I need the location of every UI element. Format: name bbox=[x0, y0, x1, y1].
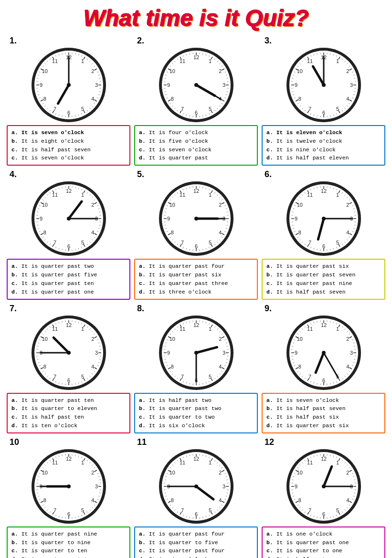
answer-2-3: c. It is seven o'clock bbox=[139, 146, 253, 154]
svg-text:1: 1 bbox=[81, 460, 84, 465]
svg-text:7: 7 bbox=[308, 240, 311, 245]
svg-text:6: 6 bbox=[322, 243, 325, 249]
svg-point-153 bbox=[194, 83, 198, 87]
clock-label-8: 8. bbox=[137, 304, 144, 314]
svg-text:11: 11 bbox=[179, 460, 185, 465]
svg-text:1: 1 bbox=[81, 58, 84, 64]
answer-7-2: b. It is quarter to eleven bbox=[11, 404, 126, 413]
answer-3-1: a. It is eleven o'clock bbox=[266, 128, 381, 137]
svg-text:1: 1 bbox=[336, 58, 339, 64]
svg-text:4: 4 bbox=[346, 497, 349, 503]
svg-text:10: 10 bbox=[42, 68, 47, 74]
quiz-cell-8: 8.121234567891011a. It is half past twob… bbox=[134, 304, 258, 433]
svg-text:12: 12 bbox=[320, 188, 326, 194]
clock-label-3: 3. bbox=[265, 36, 272, 46]
svg-text:4: 4 bbox=[91, 230, 94, 235]
svg-text:4: 4 bbox=[91, 497, 94, 503]
answer-8-2: b. It is quarter past two bbox=[139, 404, 253, 413]
svg-text:3: 3 bbox=[222, 484, 225, 489]
clock-label-11: 11 bbox=[137, 437, 147, 447]
svg-text:5: 5 bbox=[81, 374, 84, 379]
svg-text:10: 10 bbox=[169, 470, 175, 475]
answer-3-2: b. It is twelve o'clock bbox=[266, 137, 381, 146]
svg-text:10: 10 bbox=[42, 336, 47, 342]
answer-9-1: a. It is seven o'clock bbox=[266, 396, 381, 405]
svg-text:7: 7 bbox=[180, 106, 183, 112]
svg-text:4: 4 bbox=[219, 230, 222, 235]
svg-point-76 bbox=[67, 83, 71, 87]
svg-text:6: 6 bbox=[322, 511, 325, 517]
answers-box-1: a. It is seven o'clockb. It is eight o'c… bbox=[7, 125, 130, 166]
answer-11-3: c. It is quarter past four bbox=[139, 547, 253, 555]
answer-7-1: a. It is quarter past ten bbox=[11, 396, 126, 405]
answer-9-2: b. It is half past seven bbox=[266, 404, 381, 413]
svg-text:5: 5 bbox=[208, 507, 211, 513]
quiz-cell-4: 4.121234567891011a. It is quarter past t… bbox=[7, 169, 130, 299]
svg-text:7: 7 bbox=[308, 507, 311, 513]
svg-text:1: 1 bbox=[336, 460, 339, 465]
svg-text:2: 2 bbox=[346, 202, 349, 208]
svg-text:2: 2 bbox=[91, 470, 94, 475]
svg-text:9: 9 bbox=[294, 82, 297, 88]
clock-label-6: 6. bbox=[265, 169, 272, 179]
svg-text:2: 2 bbox=[346, 336, 349, 342]
svg-text:7: 7 bbox=[53, 106, 56, 112]
clock-face-1: 121234567891011 bbox=[31, 47, 107, 123]
svg-text:7: 7 bbox=[180, 374, 183, 379]
quiz-cell-2: 2.121234567891011a. It is four o'clockb.… bbox=[134, 36, 258, 166]
svg-text:9: 9 bbox=[167, 82, 170, 88]
svg-text:8: 8 bbox=[43, 96, 46, 102]
svg-text:9: 9 bbox=[39, 216, 42, 221]
svg-text:3: 3 bbox=[350, 82, 352, 88]
svg-text:3: 3 bbox=[350, 350, 352, 356]
answer-6-2: b. It is quarter past seven bbox=[266, 271, 381, 279]
svg-text:6: 6 bbox=[194, 511, 197, 517]
svg-text:7: 7 bbox=[180, 507, 183, 513]
answer-1-4: c. It is seven o'clock bbox=[11, 154, 126, 162]
clock-label-1: 1. bbox=[10, 36, 17, 46]
clock-face-4: 121234567891011 bbox=[31, 180, 107, 257]
quiz-cell-11: 11121234567891011a. It is quarter past f… bbox=[134, 437, 258, 558]
svg-text:12: 12 bbox=[65, 456, 71, 462]
quiz-cell-9: 9.121234567891011a. It is seven o'clockb… bbox=[262, 304, 385, 433]
svg-text:11: 11 bbox=[307, 192, 312, 198]
answers-box-6: a. It is quarter past sixb. It is quarte… bbox=[262, 259, 385, 299]
svg-text:9: 9 bbox=[39, 82, 42, 88]
clock-face-11: 121234567891011 bbox=[158, 448, 234, 525]
svg-text:9: 9 bbox=[294, 350, 297, 356]
svg-text:5: 5 bbox=[208, 374, 211, 379]
page-title: What time is it Quiz? bbox=[5, 5, 387, 31]
answer-8-3: c. It is quarter to two bbox=[139, 413, 253, 421]
svg-text:4: 4 bbox=[219, 364, 222, 369]
svg-text:1: 1 bbox=[208, 326, 211, 331]
svg-text:12: 12 bbox=[320, 456, 326, 462]
svg-text:10: 10 bbox=[297, 470, 302, 475]
answer-11-2: b. It is quarter to five bbox=[139, 538, 253, 547]
svg-text:11: 11 bbox=[307, 58, 312, 64]
svg-text:6: 6 bbox=[67, 511, 70, 517]
svg-text:8: 8 bbox=[170, 497, 173, 503]
svg-text:3: 3 bbox=[222, 82, 225, 88]
answer-7-3: c. It is half past ten bbox=[11, 413, 126, 421]
svg-text:11: 11 bbox=[52, 192, 57, 198]
svg-text:3: 3 bbox=[95, 82, 97, 88]
clock-face-2: 121234567891011 bbox=[158, 47, 234, 123]
svg-text:1: 1 bbox=[208, 460, 211, 465]
svg-text:10: 10 bbox=[169, 68, 175, 74]
svg-text:2: 2 bbox=[219, 202, 222, 208]
svg-point-923 bbox=[322, 484, 326, 488]
svg-text:4: 4 bbox=[91, 96, 94, 102]
svg-text:1: 1 bbox=[336, 326, 339, 331]
clock-face-5: 121234567891011 bbox=[158, 180, 234, 257]
svg-text:12: 12 bbox=[65, 188, 71, 194]
svg-text:7: 7 bbox=[53, 507, 56, 513]
clock-label-4: 4. bbox=[10, 169, 17, 179]
answer-8-4: d. It is six o'clock bbox=[139, 421, 253, 430]
svg-text:2: 2 bbox=[219, 336, 222, 342]
svg-text:9: 9 bbox=[167, 216, 170, 221]
answers-box-4: a. It is quarter past twob. It is quarte… bbox=[7, 259, 130, 299]
svg-point-846 bbox=[194, 484, 198, 488]
svg-text:5: 5 bbox=[208, 106, 211, 112]
answers-box-9: a. It is seven o'clockb. It is half past… bbox=[262, 393, 385, 433]
answer-2-1: a. It is four o'clock bbox=[139, 128, 253, 137]
